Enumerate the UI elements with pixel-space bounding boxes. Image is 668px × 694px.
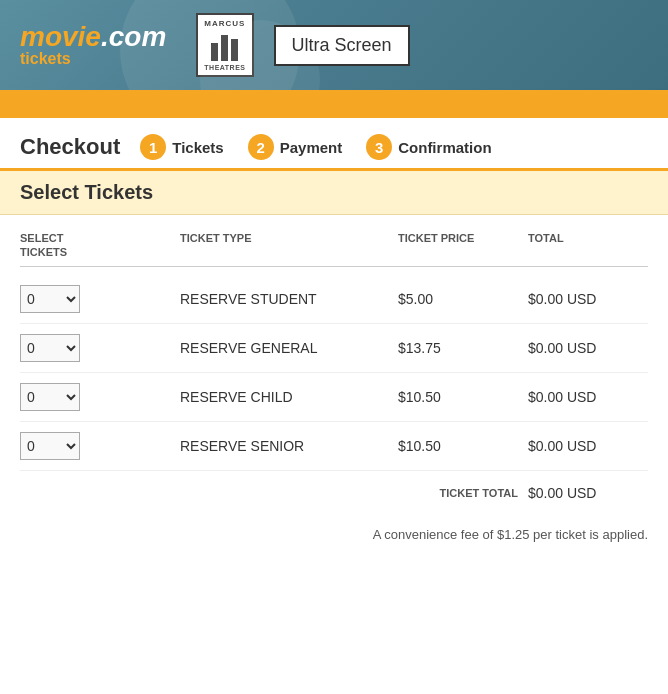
select-tickets-heading: Select Tickets [0, 171, 668, 215]
logo-tickets: tickets [20, 51, 166, 67]
gold-bar [0, 90, 668, 118]
ultra-screen-text: Ultra Screen [292, 35, 392, 55]
ticket-price-student: $5.00 [398, 291, 528, 307]
step-3: 3 Confirmation [366, 134, 491, 160]
col-header-select-tickets: SELECT TICKETS [20, 231, 180, 260]
step-1-num: 1 [140, 134, 166, 160]
step-2-label: Payment [280, 139, 343, 156]
header: movie.com tickets MARCUS THEATRES Ultra … [0, 0, 668, 90]
ticket-type-child: RESERVE CHILD [180, 389, 398, 405]
qty-cell-child: 012345 [20, 383, 180, 411]
ticket-row-general: 012345 RESERVE GENERAL $13.75 $0.00 USD [20, 324, 648, 373]
ticket-row-child: 012345 RESERVE CHILD $10.50 $0.00 USD [20, 373, 648, 422]
totals-row: TICKET TOTAL $0.00 USD [20, 471, 648, 505]
step-1-label: Tickets [172, 139, 223, 156]
step-3-num: 3 [366, 134, 392, 160]
logo-movie: movie.com [20, 23, 166, 51]
movietickets-logo: movie.com tickets [20, 23, 166, 67]
checkout-header: Checkout 1 Tickets 2 Payment 3 Confirmat… [0, 118, 668, 171]
ticket-type-senior: RESERVE SENIOR [180, 438, 398, 454]
ticket-total-child: $0.00 USD [528, 389, 648, 405]
step-2-num: 2 [248, 134, 274, 160]
qty-select-child[interactable]: 012345 [20, 383, 80, 411]
col-header-total: TOTAL [528, 231, 648, 260]
bar-1 [211, 43, 218, 61]
convenience-fee: A convenience fee of $1.25 per ticket is… [0, 521, 668, 558]
ticket-type-general: RESERVE GENERAL [180, 340, 398, 356]
ultra-screen-box: Ultra Screen [274, 25, 410, 66]
ticket-row-student: 012345 RESERVE STUDENT $5.00 $0.00 USD [20, 275, 648, 324]
ticket-total-senior: $0.00 USD [528, 438, 648, 454]
step-3-label: Confirmation [398, 139, 491, 156]
col-header-ticket-price: TICKET PRICE [398, 231, 528, 260]
ticket-price-general: $13.75 [398, 340, 528, 356]
qty-cell-student: 012345 [20, 285, 180, 313]
qty-cell-senior: 012345 [20, 432, 180, 460]
marcus-theatres-label: THEATRES [204, 64, 245, 71]
step-1: 1 Tickets [140, 134, 223, 160]
ticket-total-value: $0.00 USD [528, 485, 648, 501]
ticket-table: SELECT TICKETS TICKET TYPE TICKET PRICE … [0, 215, 668, 521]
col-header-ticket-type: TICKET TYPE [180, 231, 398, 260]
marcus-label: MARCUS [204, 19, 245, 28]
marcus-bars [211, 31, 238, 61]
marcus-theatres-logo: MARCUS THEATRES [196, 13, 253, 77]
bar-2 [221, 35, 228, 61]
ticket-total-general: $0.00 USD [528, 340, 648, 356]
qty-cell-general: 012345 [20, 334, 180, 362]
ticket-price-senior: $10.50 [398, 438, 528, 454]
bar-3 [231, 39, 238, 61]
ticket-total-label: TICKET TOTAL [398, 487, 528, 499]
qty-select-senior[interactable]: 012345 [20, 432, 80, 460]
checkout-title: Checkout [20, 134, 120, 160]
qty-select-student[interactable]: 012345 [20, 285, 80, 313]
qty-select-general[interactable]: 012345 [20, 334, 80, 362]
step-2: 2 Payment [248, 134, 343, 160]
ticket-type-student: RESERVE STUDENT [180, 291, 398, 307]
ticket-price-child: $10.50 [398, 389, 528, 405]
ticket-row-senior: 012345 RESERVE SENIOR $10.50 $0.00 USD [20, 422, 648, 471]
table-header: SELECT TICKETS TICKET TYPE TICKET PRICE … [20, 231, 648, 267]
ticket-total-student: $0.00 USD [528, 291, 648, 307]
